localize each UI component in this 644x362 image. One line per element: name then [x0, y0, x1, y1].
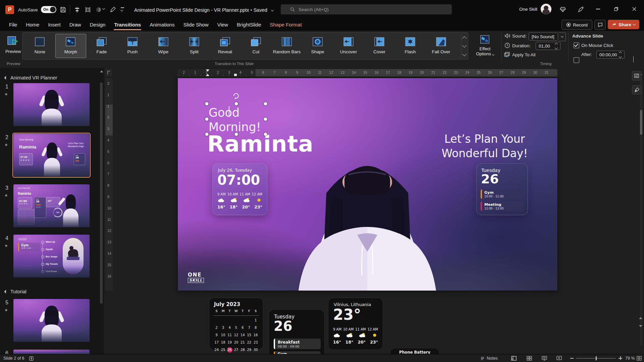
transition-flash[interactable]: Flash — [395, 34, 426, 58]
duration-input[interactable]: 01,00 — [536, 42, 560, 50]
section-header-tutorial[interactable]: Tutorial — [5, 289, 26, 294]
sidebar-scrollbar[interactable] — [100, 82, 103, 304]
tab-shape-format[interactable]: Shape Format — [266, 18, 306, 31]
zoom-percentage[interactable]: 79 % — [625, 356, 635, 361]
gallery-scroll-down-button[interactable] — [461, 42, 467, 50]
collapse-ribbon-chevron-icon[interactable] — [633, 56, 634, 62]
save-icon[interactable] — [60, 6, 66, 13]
record-button[interactable]: Record — [561, 20, 592, 30]
powerpoint-logo-icon[interactable]: P — [5, 5, 14, 14]
minimize-button[interactable] — [593, 4, 603, 14]
transition-fade[interactable]: Fade — [86, 34, 117, 58]
align-objects-icon[interactable] — [74, 6, 80, 13]
comments-button[interactable] — [594, 20, 606, 30]
sidebar-scroll-up-icon[interactable] — [100, 70, 103, 72]
transition-uncover[interactable]: Uncover — [333, 34, 364, 58]
gallery-scroll-up-button[interactable] — [461, 34, 467, 42]
after-checkbox[interactable] — [574, 57, 579, 63]
qat-overflow-icon[interactable] — [121, 7, 124, 11]
canvas-scrollbar-thumb[interactable] — [640, 110, 642, 135]
transition-none[interactable]: None — [24, 34, 55, 58]
selection-handle[interactable] — [205, 102, 209, 106]
after-time-spinner[interactable] — [619, 52, 622, 58]
selection-handle[interactable] — [205, 117, 209, 121]
transition-wipe[interactable]: Wipe — [148, 34, 179, 58]
transition-cut[interactable]: Cut — [240, 34, 271, 58]
selection-handle[interactable] — [234, 102, 238, 106]
slide-tagline-text[interactable]: Let’s Plan YourWonderful Day! — [439, 132, 530, 161]
selection-handle[interactable] — [264, 132, 267, 136]
account-name[interactable]: One Skill — [519, 7, 537, 12]
close-button[interactable] — [629, 4, 639, 14]
apply-to-all-button[interactable]: Apply To All — [512, 52, 536, 57]
tab-insert[interactable]: Insert — [44, 18, 65, 31]
slide-3-thumbnail[interactable]: Good Morning! Raminta · · · 07:00 ▦ ▦ ▦ … — [13, 184, 90, 227]
section-header-animated-vr-planner[interactable]: Animated VR Planner — [5, 75, 57, 80]
side-pane-toggle-button[interactable] — [632, 71, 641, 80]
premium-diamond-icon[interactable] — [559, 6, 566, 13]
tab-home[interactable]: Home — [21, 18, 44, 31]
canvas-scrollbar[interactable] — [640, 77, 643, 345]
duration-spinner[interactable] — [555, 43, 557, 49]
sound-dropdown-button[interactable] — [559, 33, 566, 41]
selection-handle[interactable] — [234, 132, 238, 136]
fit-slide-to-window-button[interactable] — [637, 354, 642, 362]
tab-slide-show[interactable]: Slide Show — [179, 18, 213, 31]
offcanvas-day-card[interactable]: Tuesday 26 Breakfast 08:00 - 09:00 Gym — [269, 309, 325, 355]
selection-handle[interactable] — [264, 117, 267, 121]
transition-morph[interactable]: Morph — [55, 34, 86, 58]
zoom-in-button[interactable] — [619, 356, 622, 360]
slide-canvas[interactable]: GoodMorning! Raminta Let’s Plan YourWond… — [178, 78, 557, 291]
tab-file[interactable]: File — [5, 18, 21, 31]
accessibility-check-icon[interactable] — [29, 354, 34, 362]
after-time-input[interactable]: 00:00,00 — [596, 51, 625, 59]
preview-button[interactable]: Preview — [3, 33, 23, 59]
tab-brightslide[interactable]: BrightSlide — [232, 18, 266, 31]
transition-fall-over[interactable]: Fall Over — [426, 34, 457, 58]
restore-button[interactable] — [611, 4, 621, 14]
transition-split[interactable]: Split — [179, 34, 210, 58]
reading-view-button[interactable] — [542, 354, 547, 362]
text-selection-box[interactable] — [207, 104, 266, 134]
effect-options-button[interactable]: Effect Options — [472, 32, 498, 60]
slide-name-text[interactable]: Raminta — [207, 131, 314, 157]
slide-6-thumbnail[interactable] — [13, 350, 90, 354]
on-mouse-click-checkbox[interactable] — [574, 43, 579, 48]
share-button[interactable]: Share — [608, 20, 639, 29]
transition-cover[interactable]: Cover — [364, 34, 395, 58]
shape-fill-dropdown-chevron-icon[interactable] — [103, 9, 105, 9]
search-input[interactable]: Search (Alt+Q) — [281, 4, 452, 14]
offcanvas-weather-card[interactable]: Vilnius, Lithuania 23° 9 AM10 AM11 AM12 … — [328, 298, 383, 350]
indent-marker-bottom[interactable] — [206, 74, 209, 76]
selection-handle[interactable] — [205, 132, 209, 136]
normal-view-button[interactable] — [511, 354, 517, 362]
horizontal-ruler[interactable]: 2112345678910111213141516171819202122232… — [178, 69, 557, 76]
slide-clock-weather-card[interactable]: July 26, Tuesday 07:00 9 AM10 AM11 AM12 … — [212, 163, 267, 215]
account-avatar[interactable] — [541, 4, 551, 14]
vertical-ruler[interactable]: 2112345678910111213141516 — [105, 78, 113, 291]
slide-1-thumbnail[interactable] — [13, 83, 90, 126]
transition-random-bars[interactable]: Random Bars — [271, 34, 302, 58]
zoom-slider-track[interactable] — [576, 358, 616, 359]
slide-2-thumbnail[interactable]: Good Morning! Raminta Let’s Plan Your Wo… — [13, 134, 90, 177]
shape-fill-icon[interactable] — [95, 6, 102, 13]
zoom-slider-thumb[interactable] — [596, 356, 597, 360]
distribute-columns-icon[interactable] — [85, 6, 91, 13]
canvas-scroll-up2-icon[interactable] — [639, 317, 642, 319]
notes-button[interactable]: Notes — [480, 354, 498, 362]
transition-shape[interactable]: Shape — [302, 34, 333, 58]
rotate-handle[interactable] — [232, 92, 240, 101]
canvas-scroll-down-icon[interactable] — [639, 325, 642, 327]
document-title[interactable]: Animated PowerPoint Slide Design - VR Pl… — [134, 7, 273, 13]
indent-marker-top[interactable] — [206, 69, 209, 72]
side-brush-button[interactable] — [632, 85, 641, 95]
slideshow-view-button[interactable] — [556, 354, 562, 362]
slide-day-card[interactable]: Tuesday 26 Gym 10:00 - 11:00 Meeting 12:… — [476, 163, 528, 215]
tab-transitions[interactable]: Transitions — [110, 18, 145, 31]
gallery-expand-button[interactable] — [461, 50, 467, 58]
slide-4-thumbnail[interactable]: Gym 10:00 - 11:00 Warm Up Squats Box Jum… — [13, 235, 90, 278]
tab-draw[interactable]: Draw — [65, 18, 86, 31]
transition-push[interactable]: Push — [117, 34, 148, 58]
slide-5-thumbnail[interactable] — [13, 299, 90, 342]
presenter-coach-icon[interactable] — [578, 6, 584, 13]
